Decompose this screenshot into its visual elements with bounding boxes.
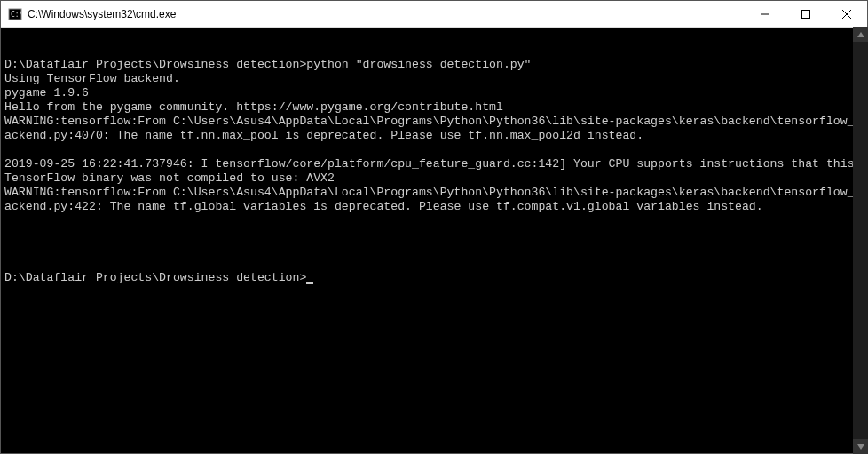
terminal-line: Using TensorFlow backend. xyxy=(4,72,864,86)
scroll-up-icon[interactable] xyxy=(853,27,868,42)
scroll-track[interactable] xyxy=(853,42,868,439)
terminal-line: D:\Dataflair Projects\Drowsiness detecti… xyxy=(4,58,864,72)
terminal-line: 2019-09-25 16:22:41.737946: I tensorflow… xyxy=(4,157,864,186)
maximize-button[interactable] xyxy=(785,1,826,27)
cursor xyxy=(306,282,313,284)
terminal-line: WARNING:tensorflow:From C:\Users\Asus4\A… xyxy=(4,186,864,214)
titlebar: C:\ C:\Windows\system32\cmd.exe xyxy=(1,1,867,28)
terminal-line: WARNING:tensorflow:From C:\Users\Asus4\A… xyxy=(4,115,864,143)
scroll-down-icon[interactable] xyxy=(853,439,868,454)
terminal-output[interactable]: D:\Dataflair Projects\Drowsiness detecti… xyxy=(1,28,867,453)
minimize-button[interactable] xyxy=(745,1,785,27)
terminal-line: pygame 1.9.6 xyxy=(4,86,864,100)
svg-marker-6 xyxy=(857,32,864,37)
svg-marker-7 xyxy=(857,444,864,450)
terminal-prompt: D:\Dataflair Projects\Drowsiness detecti… xyxy=(4,271,306,284)
scrollbar[interactable] xyxy=(853,27,868,454)
window-controls xyxy=(745,1,867,27)
terminal-prompt-line: D:\Dataflair Projects\Drowsiness detecti… xyxy=(4,271,864,285)
terminal-line: Hello from the pygame community. https:/… xyxy=(4,100,864,115)
cmd-icon: C:\ xyxy=(8,7,22,21)
svg-text:C:\: C:\ xyxy=(11,11,22,19)
cmd-window: C:\ C:\Windows\system32\cmd.exe D:\Dataf… xyxy=(0,0,868,454)
close-button[interactable] xyxy=(826,1,867,27)
window-title: C:\Windows\system32\cmd.exe xyxy=(28,8,745,20)
svg-rect-3 xyxy=(802,10,810,18)
